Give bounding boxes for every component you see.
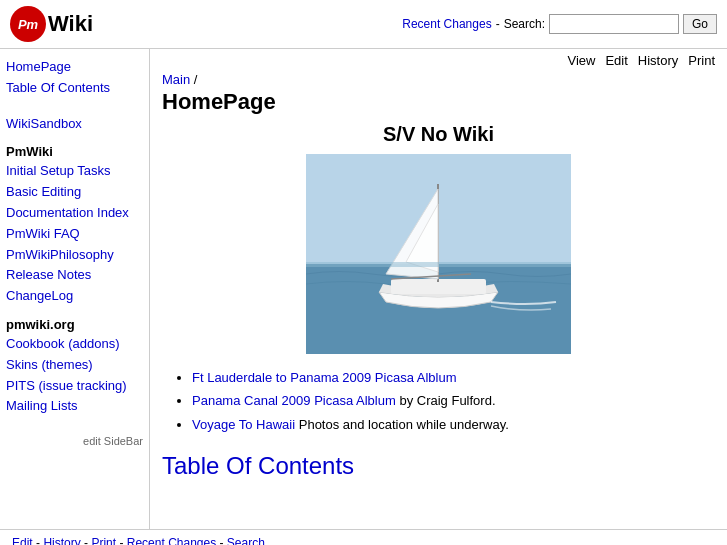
- panama-trailing: by Craig Fulford.: [399, 393, 495, 408]
- breadcrumb: Main /: [162, 72, 715, 87]
- footer-history-link[interactable]: History: [43, 536, 80, 545]
- toc-heading[interactable]: Table Of Contents: [162, 452, 715, 480]
- voyage-hawaii-link[interactable]: Voyage To Hawaii: [192, 417, 295, 432]
- list-item: Ft Lauderdale to Panama 2009 Picasa Albl…: [192, 366, 715, 389]
- footer-sep3: -: [119, 536, 126, 545]
- main-content: View Edit History Print Main / HomePage …: [150, 49, 727, 529]
- footer-print-link[interactable]: Print: [91, 536, 116, 545]
- search-label: Search:: [504, 17, 545, 31]
- list-item: Panama Canal 2009 Picasa Alblum by Craig…: [192, 389, 715, 412]
- header-right: Recent Changes - Search: Go: [402, 14, 717, 34]
- layout: HomePage Table Of Contents WikiSandbox P…: [0, 49, 727, 529]
- panama-canal-link[interactable]: Panama Canal 2009 Picasa Alblum: [192, 393, 396, 408]
- breadcrumb-separator: /: [194, 72, 198, 87]
- sidebar-item-changelog[interactable]: ChangeLog: [6, 286, 143, 307]
- sidebar-item-faq[interactable]: PmWiki FAQ: [6, 224, 143, 245]
- sidebar-item-toc[interactable]: Table Of Contents: [6, 78, 143, 99]
- logo-icon: [10, 6, 46, 42]
- sidebar-item-pits[interactable]: PITS (issue tracking): [6, 376, 143, 397]
- svg-rect-5: [306, 262, 571, 267]
- sidebar-section-pmwiki: PmWiki: [6, 144, 143, 159]
- sidebar-item-skins[interactable]: Skins (themes): [6, 355, 143, 376]
- footer-links: Edit - History - Print - Recent Changes …: [12, 536, 715, 545]
- ft-lauderdale-link[interactable]: Ft Lauderdale to Panama 2009 Picasa Albl…: [192, 370, 457, 385]
- sidebar-item-mailing[interactable]: Mailing Lists: [6, 396, 143, 417]
- bullet-list: Ft Lauderdale to Panama 2009 Picasa Albl…: [162, 366, 715, 436]
- sidebar-item-initial-setup[interactable]: Initial Setup Tasks: [6, 161, 143, 182]
- search-button[interactable]: Go: [683, 14, 717, 34]
- footer: Edit - History - Print - Recent Changes …: [0, 529, 727, 545]
- page-actions: View Edit History Print: [162, 49, 715, 72]
- voyage-trailing: Photos and location while underway.: [299, 417, 509, 432]
- sidebar-item-doc-index[interactable]: Documentation Index: [6, 203, 143, 224]
- header: Wiki Recent Changes - Search: Go: [0, 0, 727, 49]
- sidebar-item-release-notes[interactable]: Release Notes: [6, 265, 143, 286]
- breadcrumb-main[interactable]: Main: [162, 72, 190, 87]
- list-item: Voyage To Hawaii Photos and location whi…: [192, 413, 715, 436]
- sidebar-section-pmwikiorg: pmwiki.org: [6, 317, 143, 332]
- print-link[interactable]: Print: [688, 53, 715, 68]
- content-title: S/V No Wiki: [162, 123, 715, 146]
- sidebar-item-wikisandbox[interactable]: WikiSandbox: [6, 114, 143, 135]
- view-link[interactable]: View: [567, 53, 595, 68]
- footer-edit-link[interactable]: Edit: [12, 536, 33, 545]
- page-title: HomePage: [162, 89, 715, 115]
- sidebar-item-homepage[interactable]: HomePage: [6, 57, 143, 78]
- edit-link[interactable]: Edit: [605, 53, 627, 68]
- edit-sidebar-link[interactable]: edit SideBar: [83, 435, 143, 447]
- header-separator: -: [496, 17, 500, 31]
- sidebar: HomePage Table Of Contents WikiSandbox P…: [0, 49, 150, 529]
- sidebar-item-basic-editing[interactable]: Basic Editing: [6, 182, 143, 203]
- edit-sidebar: edit SideBar: [6, 433, 143, 451]
- recent-changes-link[interactable]: Recent Changes: [402, 17, 491, 31]
- history-link[interactable]: History: [638, 53, 678, 68]
- sailboat-image: [306, 154, 571, 354]
- logo: Wiki: [10, 6, 93, 42]
- footer-sep4: -: [220, 536, 227, 545]
- sidebar-item-cookbook[interactable]: Cookbook (addons): [6, 334, 143, 355]
- footer-recent-changes-link[interactable]: Recent Changes: [127, 536, 216, 545]
- footer-search-link[interactable]: Search: [227, 536, 265, 545]
- search-input[interactable]: [549, 14, 679, 34]
- sidebar-item-philosophy[interactable]: PmWikiPhilosophy: [6, 245, 143, 266]
- logo-wiki-text: Wiki: [48, 11, 93, 37]
